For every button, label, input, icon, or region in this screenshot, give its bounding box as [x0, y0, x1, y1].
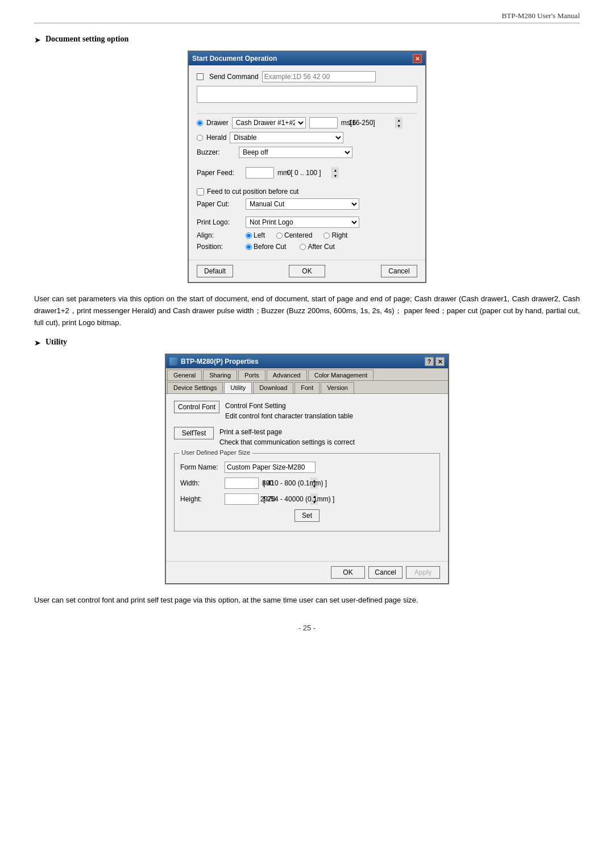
form-name-row: Form Name:: [180, 462, 434, 473]
align-row: Align: Left Centered Right: [197, 231, 417, 239]
drawer-ms-down-btn[interactable]: ▼: [396, 123, 403, 128]
self-test-title: Print a self-test page: [219, 427, 355, 437]
send-command-label: Send Command: [209, 73, 259, 81]
feed-cut-checkbox[interactable]: [197, 188, 204, 196]
paper-feed-down-btn[interactable]: ▼: [332, 173, 339, 178]
prop-apply-button[interactable]: Apply: [406, 566, 440, 579]
position-after-radio[interactable]: [300, 244, 306, 250]
align-left-radio[interactable]: [246, 232, 252, 239]
tab-bar-row1: General Sharing Ports Advanced Color Man…: [166, 368, 448, 381]
section2-arrow: ➤: [34, 338, 41, 348]
close-icon[interactable]: ✕: [435, 357, 445, 366]
width-range: [ 410 - 800 (0.1mm) ]: [263, 479, 327, 487]
herald-select[interactable]: Disable: [230, 132, 343, 143]
titlebar-left: BTP-M280(P) Properties: [169, 358, 259, 366]
section1-arrow: ➤: [34, 35, 41, 45]
buzzer-label: Buzzer:: [197, 148, 235, 156]
tab-utility[interactable]: Utility: [224, 382, 252, 393]
align-radio-group: Left Centered Right: [246, 231, 347, 239]
position-after-item: After Cut: [300, 243, 334, 251]
doc-operation-buttons: Default OK Cancel: [189, 260, 425, 282]
properties-dialog: BTP-M280(P) Properties ? ✕ General Shari…: [165, 354, 449, 584]
doc-operation-titlebar: Start Document Operation ✕: [189, 52, 425, 65]
section2-heading: ➤ Utility: [34, 338, 580, 348]
paper-cut-label: Paper Cut:: [197, 200, 242, 208]
default-button[interactable]: Default: [197, 265, 233, 277]
height-row: Height: ▲ ▼ [ 254 - 40000 (0.1mm) ]: [180, 493, 434, 505]
control-font-description: Edit control font character translation …: [225, 411, 353, 421]
doc-operation-dialog-container: Start Document Operation ✕ Send Command …: [34, 51, 580, 283]
align-label: Align:: [197, 231, 242, 239]
cancel-button[interactable]: Cancel: [381, 265, 417, 277]
paper-feed-up-btn[interactable]: ▲: [332, 167, 339, 173]
body-text-2: User can set control font and print self…: [34, 595, 580, 607]
align-left-item: Left: [246, 231, 265, 239]
paper-cut-row: Paper Cut: Manual Cut: [197, 198, 417, 210]
herald-radio[interactable]: [197, 135, 203, 141]
align-centered-item: Centered: [276, 231, 312, 239]
self-test-description: Check that communication settings is cor…: [219, 437, 355, 447]
width-spinner: ▲ ▼: [225, 477, 259, 489]
align-centered-radio[interactable]: [276, 232, 283, 239]
tab-advanced[interactable]: Advanced: [267, 369, 307, 380]
print-logo-label: Print Logo:: [197, 218, 242, 226]
tab-download[interactable]: Download: [253, 382, 293, 393]
properties-titlebar: BTP-M280(P) Properties ? ✕: [166, 355, 448, 368]
feed-cut-label: Feed to cut position before cut: [207, 188, 298, 196]
form-name-input[interactable]: [225, 462, 316, 473]
self-test-desc: Print a self-test page Check that commun…: [219, 427, 355, 447]
tab-font[interactable]: Font: [294, 382, 320, 393]
print-logo-select[interactable]: Not Print Logo: [246, 217, 359, 228]
buzzer-select[interactable]: Beep off: [239, 147, 352, 158]
align-left-label: Left: [254, 231, 265, 239]
section1-heading: ➤ Document setting option: [34, 35, 580, 45]
buzzer-row: Buzzer: Beep off: [197, 147, 417, 158]
section1-title: Document setting option: [45, 35, 128, 44]
section2-title: Utility: [45, 338, 67, 347]
tab-sharing[interactable]: Sharing: [203, 369, 237, 380]
ok-button[interactable]: OK: [289, 265, 325, 277]
herald-label: Herald: [206, 134, 226, 142]
align-right-radio[interactable]: [323, 232, 330, 239]
close-icon[interactable]: ✕: [413, 54, 422, 63]
set-button[interactable]: Set: [294, 509, 320, 522]
position-label: Position:: [197, 243, 242, 251]
tab-version[interactable]: Version: [321, 382, 354, 393]
tab-ports[interactable]: Ports: [238, 369, 265, 380]
herald-row: Herald Disable: [197, 132, 417, 143]
properties-dialog-container: BTP-M280(P) Properties ? ✕ General Shari…: [34, 354, 580, 584]
tab-general[interactable]: General: [167, 369, 202, 380]
position-before-radio[interactable]: [246, 244, 252, 250]
manual-title: BTP-M280 User's Manual: [502, 11, 580, 20]
prop-cancel-button[interactable]: Cancel: [368, 566, 403, 579]
tab-device-settings[interactable]: Device Settings: [167, 382, 223, 393]
self-test-row: SelfTest Print a self-test page Check th…: [174, 427, 440, 447]
set-btn-row: Set: [180, 509, 434, 522]
paper-feed-unit: mm [ 0 .. 100 ]: [277, 169, 321, 177]
drawer-select[interactable]: Cash Drawer #1+#2: [232, 117, 306, 128]
drawer-radio[interactable]: [197, 120, 203, 126]
control-font-button[interactable]: Control Font: [174, 401, 219, 413]
user-defined-paper-size-section: User Defined Paper Size Form Name: Width…: [174, 453, 440, 531]
width-label: Width:: [180, 479, 220, 487]
position-after-label: After Cut: [308, 243, 334, 251]
position-row: Position: Before Cut After Cut: [197, 243, 417, 251]
doc-operation-dialog: Start Document Operation ✕ Send Command …: [188, 51, 426, 283]
prop-ok-button[interactable]: OK: [331, 566, 365, 579]
form-name-label: Form Name:: [180, 463, 220, 471]
height-label: Height:: [180, 495, 220, 503]
paper-feed-row: Paper Feed: ▲ ▼ mm [ 0 .. 100 ]: [197, 167, 417, 178]
control-font-row: Control Font Control Font Setting Edit c…: [174, 401, 440, 421]
paper-cut-select[interactable]: Manual Cut: [246, 198, 359, 210]
command-textarea[interactable]: [197, 86, 417, 103]
printer-icon: [169, 358, 177, 366]
help-icon[interactable]: ?: [425, 357, 434, 366]
drawer-ms-spinner: ▲ ▼: [309, 117, 338, 128]
properties-title: BTP-M280(P) Properties: [181, 358, 259, 366]
paper-feed-spinner: ▲ ▼: [246, 167, 274, 178]
send-command-input[interactable]: [262, 71, 376, 82]
send-command-checkbox[interactable]: [197, 73, 204, 80]
self-test-button[interactable]: SelfTest: [174, 427, 214, 439]
tab-color-management[interactable]: Color Management: [308, 369, 374, 380]
drawer-ms-up-btn[interactable]: ▲: [396, 117, 403, 123]
